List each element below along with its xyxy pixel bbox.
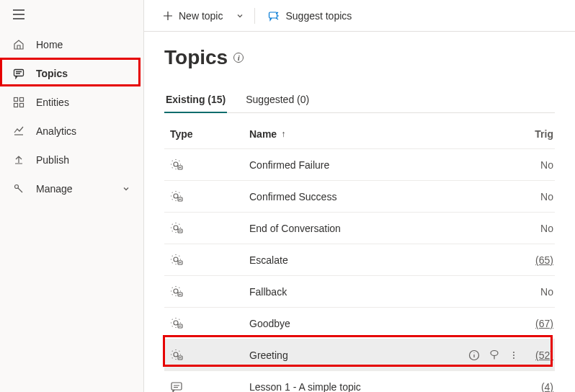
info-icon: [468, 349, 480, 361]
analytics-icon: [13, 125, 24, 137]
sidebar-item-topics[interactable]: Topics: [0, 59, 143, 88]
name-cell[interactable]: Fallback: [249, 286, 447, 298]
home-icon: [13, 39, 24, 50]
suggest-topics-label: Suggest topics: [285, 10, 352, 22]
trigger-value: No: [540, 191, 553, 202]
suggest-topics-button[interactable]: Suggest topics: [262, 6, 357, 26]
table-row[interactable]: Confirmed FailureNo: [164, 149, 555, 181]
svg-rect-26: [171, 383, 182, 390]
header-type[interactable]: Type: [164, 128, 249, 140]
name-cell[interactable]: Confirmed Success: [249, 191, 447, 202]
new-topic-button[interactable]: New topic: [157, 6, 228, 26]
trigger-cell[interactable]: (4): [526, 381, 555, 393]
table-row[interactable]: End of ConversationNo: [164, 213, 555, 244]
table-row[interactable]: FallbackNo: [164, 276, 555, 308]
trigger-cell: No: [526, 159, 555, 171]
table-row[interactable]: Confirmed SuccessNo: [164, 181, 555, 213]
svg-point-19: [174, 352, 178, 357]
table-row[interactable]: Greeting(52): [164, 339, 555, 371]
sidebar-item-publish[interactable]: Publish: [0, 146, 143, 174]
svg-point-17: [174, 321, 178, 325]
trigger-cell: No: [526, 286, 555, 298]
toolbar: New topic Suggest topics: [144, 0, 575, 32]
entities-icon: [13, 97, 24, 108]
page-title-text: Topics: [164, 46, 228, 69]
header-trigger[interactable]: Trig: [526, 128, 555, 140]
sidebar-item-label: Entities: [36, 97, 69, 108]
chevron-down-icon: [122, 184, 130, 193]
header-name-label: Name: [249, 128, 277, 140]
sidebar-nav: Home Topics Entities Analytics Publish M…: [0, 29, 143, 203]
table-row[interactable]: Escalate(65): [164, 244, 555, 276]
details-button[interactable]: [468, 349, 480, 361]
trigger-cell: No: [526, 223, 555, 234]
svg-rect-4: [20, 104, 24, 107]
plus-icon: [163, 11, 173, 21]
sidebar-item-manage[interactable]: Manage: [0, 174, 143, 203]
trigger-cell[interactable]: (67): [526, 318, 555, 329]
trigger-value: (67): [535, 318, 553, 329]
topic-name: Lesson 1 - A simple topic: [249, 381, 361, 393]
table-row[interactable]: Lesson 1 - A simple topic(4): [164, 371, 555, 392]
svg-point-24: [513, 355, 514, 356]
trigger-cell[interactable]: (52): [526, 349, 555, 361]
system-topic-icon: [170, 317, 183, 330]
new-topic-dropdown[interactable]: [233, 7, 247, 24]
system-topic-icon: [170, 349, 183, 362]
manage-icon: [13, 183, 24, 195]
track-button[interactable]: [489, 349, 500, 361]
tab-existing[interactable]: Existing (15): [164, 88, 227, 112]
sidebar-item-label: Analytics: [36, 125, 76, 137]
trigger-cell[interactable]: (65): [526, 254, 555, 266]
sidebar-item-entities[interactable]: Entities: [0, 88, 143, 117]
publish-icon: [13, 154, 24, 166]
name-cell[interactable]: Greeting: [249, 349, 447, 361]
sidebar-item-label: Topics: [36, 68, 68, 79]
more-button[interactable]: [509, 350, 519, 360]
trigger-value: No: [540, 286, 553, 298]
system-topic-icon: [170, 254, 183, 267]
svg-point-11: [174, 226, 178, 230]
name-cell[interactable]: Escalate: [249, 254, 447, 266]
content: Topics i Existing (15) Suggested (0) Typ…: [144, 32, 575, 392]
trigger-value: No: [540, 223, 553, 234]
toolbar-separator: [254, 8, 255, 24]
system-topic-icon: [170, 222, 183, 235]
sidebar-item-home[interactable]: Home: [0, 30, 143, 59]
actions-cell: [447, 349, 526, 361]
tab-suggested[interactable]: Suggested (0): [244, 88, 311, 112]
user-topic-icon: [170, 380, 183, 393]
hamburger-icon: [13, 9, 24, 19]
track-icon: [489, 349, 500, 361]
topic-name: Confirmed Success: [249, 191, 336, 202]
type-cell: [164, 317, 249, 330]
type-cell: [164, 349, 249, 362]
hamburger-button[interactable]: [0, 0, 143, 29]
system-topic-icon: [170, 285, 183, 298]
table-row[interactable]: Goodbye(67): [164, 308, 555, 339]
svg-rect-0: [14, 70, 24, 76]
sidebar-item-label: Home: [36, 39, 63, 50]
topic-name: Confirmed Failure: [249, 159, 329, 171]
header-name[interactable]: Name ↑: [249, 128, 447, 140]
main: New topic Suggest topics Topics i Existi…: [144, 0, 575, 392]
name-cell[interactable]: Goodbye: [249, 318, 447, 329]
sidebar-item-analytics[interactable]: Analytics: [0, 117, 143, 146]
suggest-icon: [268, 10, 280, 22]
svg-rect-3: [14, 104, 18, 107]
svg-point-15: [174, 289, 178, 293]
name-cell[interactable]: Lesson 1 - A simple topic: [249, 381, 447, 393]
more-vertical-icon: [509, 350, 519, 360]
new-topic-label: New topic: [179, 10, 223, 22]
svg-point-7: [174, 162, 178, 166]
name-cell[interactable]: Confirmed Failure: [249, 159, 447, 171]
tabs: Existing (15) Suggested (0): [164, 88, 555, 113]
info-icon[interactable]: i: [233, 53, 244, 63]
type-cell: [164, 222, 249, 235]
chevron-down-icon: [236, 12, 244, 20]
svg-point-23: [513, 352, 514, 353]
page-title: Topics i: [164, 46, 555, 69]
name-cell[interactable]: End of Conversation: [249, 223, 447, 234]
sidebar-item-label: Publish: [36, 154, 69, 166]
type-cell: [164, 190, 249, 203]
